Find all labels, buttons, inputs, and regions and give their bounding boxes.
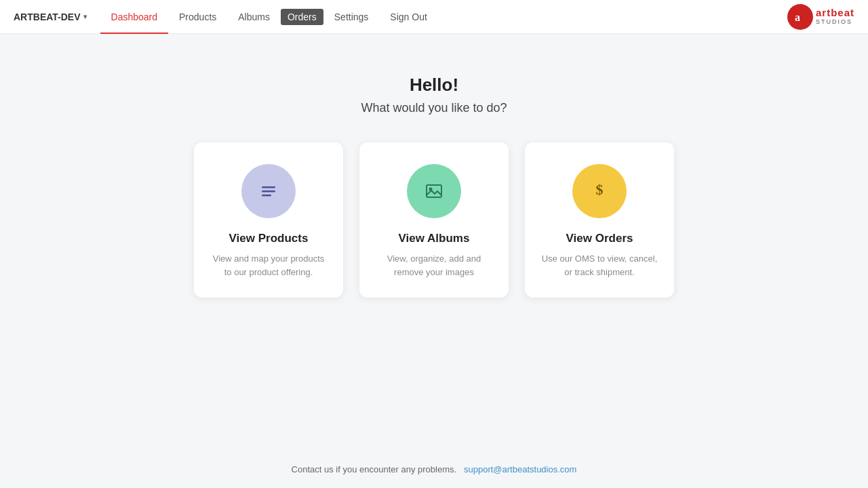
- main-content: Hello! What would you like to do? View P…: [0, 34, 868, 451]
- orders-icon-circle: $: [572, 164, 627, 218]
- image-icon: [422, 179, 446, 203]
- footer: Contact us if you encounter any problems…: [0, 451, 868, 488]
- navbar: ARTBEAT-DEV ▾ Dashboard Products Albums …: [0, 0, 868, 34]
- brand-selector[interactable]: ARTBEAT-DEV ▾: [14, 12, 87, 22]
- svg-rect-4: [427, 185, 441, 197]
- orders-card-title: View Orders: [566, 232, 633, 245]
- logo: a artbeat STUDIOS: [787, 4, 854, 30]
- nav-products[interactable]: Products: [168, 0, 227, 34]
- nav-orders[interactable]: Orders: [281, 9, 323, 25]
- list-icon: [256, 179, 281, 203]
- footer-email[interactable]: support@artbeatstudios.com: [464, 464, 576, 474]
- products-icon-circle: [241, 164, 296, 218]
- brand-chevron-icon: ▾: [83, 13, 87, 20]
- brand-name: ARTBEAT-DEV: [14, 12, 81, 22]
- nav-settings[interactable]: Settings: [323, 0, 380, 34]
- cards-container: View Products View and map your products…: [194, 142, 674, 298]
- svg-text:$: $: [596, 181, 604, 198]
- dollar-icon: $: [587, 179, 612, 203]
- footer-text: Contact us if you encounter any problems…: [292, 464, 457, 474]
- card-view-orders[interactable]: $ View Orders Use our OMS to view, cance…: [525, 142, 674, 298]
- products-card-desc: View and map your products to our produc…: [210, 252, 327, 279]
- svg-rect-3: [262, 195, 271, 197]
- hero-title: Hello!: [410, 75, 458, 96]
- artbeat-logo-svg: a: [793, 9, 808, 24]
- card-view-albums[interactable]: View Albums View, organize, add and remo…: [359, 142, 509, 298]
- nav-dashboard[interactable]: Dashboard: [100, 0, 169, 34]
- products-card-title: View Products: [229, 232, 309, 245]
- nav-signout[interactable]: Sign Out: [379, 0, 437, 34]
- nav-albums[interactable]: Albums: [227, 0, 281, 34]
- card-view-products[interactable]: View Products View and map your products…: [194, 142, 343, 298]
- nav-links: Dashboard Products Albums Orders Setting…: [100, 0, 787, 34]
- svg-text:a: a: [795, 12, 800, 23]
- albums-icon-circle: [407, 164, 461, 218]
- svg-rect-1: [262, 186, 275, 188]
- svg-rect-2: [262, 190, 275, 192]
- logo-text: artbeat STUDIOS: [816, 7, 854, 25]
- logo-icon: a: [787, 4, 813, 30]
- hero-subtitle: What would you like to do?: [361, 101, 507, 115]
- albums-card-desc: View, organize, add and remove your imag…: [376, 252, 492, 279]
- logo-studios: STUDIOS: [816, 19, 854, 26]
- orders-card-desc: Use our OMS to view, cancel, or track sh…: [541, 252, 658, 279]
- albums-card-title: View Albums: [399, 232, 470, 245]
- logo-art: artbeat: [816, 7, 854, 19]
